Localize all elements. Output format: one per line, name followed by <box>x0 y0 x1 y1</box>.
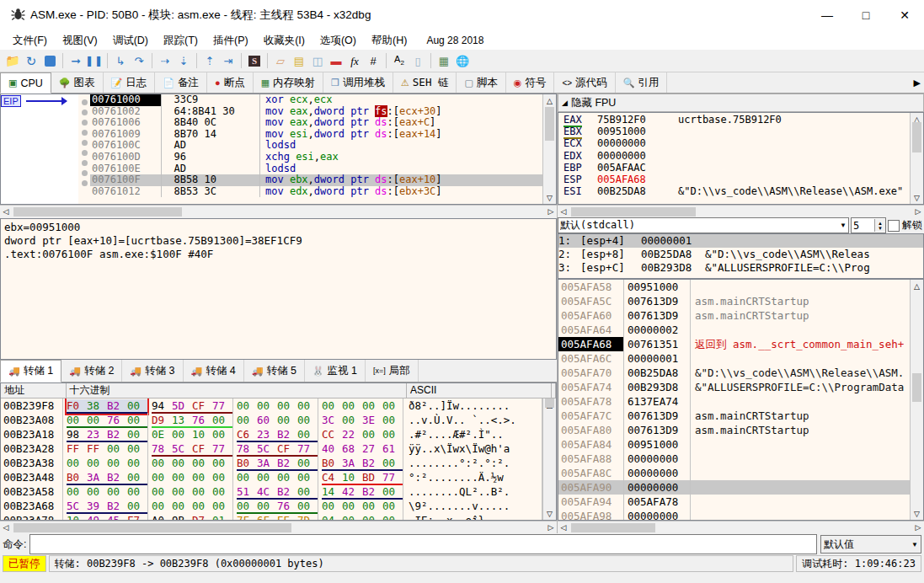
hex-byte[interactable]: 00 <box>127 398 147 413</box>
hex-byte-group[interactable]: 00000000 <box>63 456 148 470</box>
scroll-left-arrow-icon[interactable]: ◁ <box>558 523 569 532</box>
stack-panel[interactable]: 005AFA5800951000005AFA5C007613D9asm.main… <box>558 279 924 521</box>
hex-byte[interactable]: 00 <box>152 470 172 484</box>
hscroll-thumb[interactable] <box>13 207 182 217</box>
hex-byte[interactable]: B2 <box>107 398 127 413</box>
dump-tab-5[interactable]: 🚚 转储 5 <box>244 360 305 382</box>
disassembly-line[interactable]: 0076100C ADlodsd <box>90 140 542 152</box>
disassembly-line[interactable]: 00761006 8B40 0Cmov eax,dword ptr ds:[ea… <box>90 117 542 129</box>
disassembly-line[interactable]: 0076100D 96xchg esi,eax <box>90 152 542 163</box>
hex-byte[interactable]: FF <box>87 441 107 456</box>
hex-byte[interactable]: 00 <box>297 413 318 427</box>
hex-byte[interactable]: BD <box>362 470 382 484</box>
hex-byte[interactable]: 00 <box>342 513 362 520</box>
hex-byte[interactable]: 98 <box>67 427 87 441</box>
register-row[interactable]: 00000000 <box>597 150 910 162</box>
hex-row-ascii[interactable]: °:²........Ä.½w <box>403 470 542 484</box>
hex-byte[interactable]: C4 <box>322 470 342 484</box>
register-row[interactable]: 00951000 <box>597 126 910 137</box>
hex-byte[interactable]: 76 <box>107 413 127 427</box>
hex-byte[interactable]: 5C <box>67 499 87 513</box>
hex-byte[interactable]: 00 <box>362 398 382 413</box>
hscroll-track[interactable] <box>569 207 912 217</box>
hex-byte-group[interactable]: 04000000 <box>318 513 403 520</box>
breakpoint-slot[interactable] <box>82 150 88 156</box>
hex-byte[interactable]: B2 <box>277 456 297 470</box>
scroll-down-arrow-icon[interactable]: ▽ <box>543 191 556 204</box>
hex-row-ascii[interactable]: ð8²..]Ïw........ <box>403 398 542 413</box>
hex-dump-row[interactable]: 00B23A580000000000000000514CB2001442B200… <box>1 484 542 499</box>
register-name[interactable]: EBX <box>563 126 597 137</box>
tab-seh-chain[interactable]: ⚠ SEH 链 <box>393 72 457 93</box>
argument-row[interactable]: 2:[esp+8]00B25DA8&"D:\\vs_code\\ASM\\Rel… <box>558 248 923 261</box>
hex-dump-row[interactable]: 00B23A28FFFF0000785CCF77785CCF7740682761… <box>1 441 542 456</box>
disassembly-line[interactable]: 00761002 64:8B41 30mov eax,dword ptr fs:… <box>90 106 542 118</box>
hex-byte[interactable]: 77 <box>297 441 318 456</box>
hex-byte[interactable]: 00 <box>212 427 232 441</box>
hex-byte[interactable]: 00 <box>127 427 147 441</box>
hex-byte[interactable]: B2 <box>362 484 382 499</box>
hex-byte[interactable]: 00 <box>172 427 192 441</box>
stack-row[interactable]: 005AFA8400951000 <box>558 437 910 452</box>
hex-byte[interactable]: B2 <box>107 499 127 513</box>
handles-icon[interactable]: ▯ <box>409 51 427 70</box>
stack-row[interactable]: 005AFA60007613D9asm.mainCRTStartup <box>558 308 910 323</box>
register-row[interactable]: 005AFA68 <box>597 174 910 185</box>
hex-byte[interactable]: 77 <box>212 441 232 456</box>
hex-byte[interactable]: 00 <box>342 499 362 513</box>
hex-byte[interactable]: B2 <box>277 484 297 499</box>
register-row[interactable]: 005AFAAC <box>597 162 910 174</box>
hex-byte[interactable]: 22 <box>342 427 362 441</box>
dump-tab-2[interactable]: 🚚 转储 2 <box>61 360 122 382</box>
arguments-panel[interactable]: 1:[esp+4]000000012:[esp+8]00B25DA8&"D:\\… <box>558 233 924 279</box>
hex-byte[interactable]: 00 <box>107 456 127 470</box>
hex-dump-row[interactable]: 00B23A685C39B200000000000000760000000000… <box>1 499 542 513</box>
hex-byte[interactable]: 00 <box>277 398 297 413</box>
notes-icon[interactable]: ◫ <box>308 51 327 70</box>
hex-byte[interactable]: F7 <box>127 513 147 520</box>
hex-byte[interactable]: 14 <box>322 484 342 499</box>
scroll-down-arrow-icon[interactable]: ▽ <box>911 191 923 204</box>
fx-icon[interactable]: fx <box>345 51 364 70</box>
vscroll-thumb[interactable] <box>545 107 554 141</box>
hex-byte-group[interactable]: CC220000 <box>318 427 403 441</box>
dump-tab-1[interactable]: 🚚 转储 1 <box>0 360 61 382</box>
hex-byte[interactable]: 5D <box>172 398 192 413</box>
tab-cpu[interactable]: ▣ CPU <box>0 72 51 94</box>
hex-byte-group[interactable]: 00000000 <box>148 470 233 484</box>
hex-byte[interactable]: C6 <box>237 427 257 441</box>
hex-byte[interactable]: 27 <box>362 441 382 456</box>
scroll-left-arrow-icon[interactable]: ◁ <box>558 207 569 216</box>
hex-byte[interactable]: 00 <box>237 398 257 413</box>
scroll-right-arrow-icon[interactable]: ▷ <box>545 523 557 532</box>
scylla-icon[interactable]: S <box>245 51 264 70</box>
hex-byte[interactable]: 00 <box>127 499 147 513</box>
unlock-toggle[interactable]: 解锁 <box>888 218 924 233</box>
maximize-button[interactable]: □ <box>847 0 885 30</box>
breakpoint-slot[interactable] <box>82 180 88 186</box>
registers-hscrollbar[interactable]: ◁ ▷ <box>558 205 924 217</box>
hex-byte[interactable]: B0 <box>67 470 87 484</box>
menu-item-file[interactable]: 文件(F) <box>5 32 55 50</box>
hex-byte[interactable]: 00 <box>382 484 403 499</box>
stack-row[interactable]: 005AFA8800000000 <box>558 452 910 466</box>
hex-byte[interactable]: 5C <box>172 441 192 456</box>
hex-dump-row[interactable]: 00B23A380000000000000000B03AB200B03AB200… <box>1 456 542 470</box>
trace-over-icon[interactable]: ⇣ <box>174 51 193 70</box>
hex-byte[interactable]: 23 <box>87 427 107 441</box>
column-header-address[interactable]: 地址 <box>1 383 67 398</box>
stack-row[interactable]: 005AFA94005AFA78 <box>558 495 910 509</box>
menu-item-favourites[interactable]: 收藏夹(I) <box>256 32 312 50</box>
hex-byte[interactable]: B0 <box>322 456 342 470</box>
hex-byte[interactable]: B0 <box>237 456 257 470</box>
hex-byte-group[interactable]: 9823B200 <box>63 427 148 441</box>
register-name[interactable]: EAX <box>563 114 597 126</box>
hex-byte[interactable]: 68 <box>342 441 362 456</box>
disassembly-lines[interactable]: 00761000 33C9xor ecx,ecx00761002 64:8B41… <box>90 94 542 204</box>
hex-byte[interactable]: 9B <box>172 513 192 520</box>
hex-dump-row[interactable]: 00B23A78104945F7A09BD7017F6FEE7D04000000… <box>1 513 542 520</box>
hex-byte-group[interactable]: B03AB200 <box>63 470 148 484</box>
hex-byte[interactable]: 10 <box>192 427 212 441</box>
hex-byte[interactable]: D7 <box>192 513 212 520</box>
hex-byte-group[interactable]: 00000000 <box>318 499 403 513</box>
